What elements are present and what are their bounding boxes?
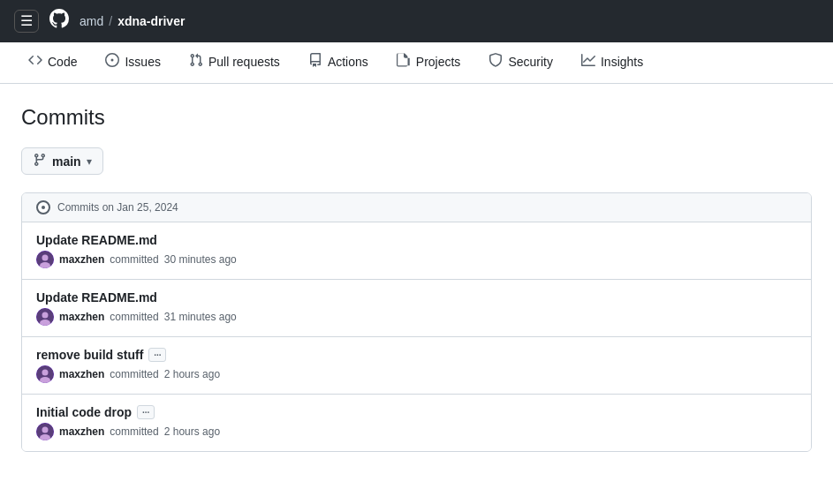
commit-verb: committed [110,425,158,438]
commit-item: Update README.md maxzhen committed 31 mi… [22,280,811,337]
tab-issues-label: Issues [125,55,160,69]
commit-time: 30 minutes ago [164,253,237,266]
commit-item: remove build stuff ··· maxzhen committed… [22,337,811,395]
main-content: Commits main ▾ Commits on Jan 25, 2024 U… [0,84,833,452]
breadcrumb: amd / xdna-driver [80,14,185,28]
avatar [36,308,54,326]
hamburger-button[interactable]: ☰ [14,10,39,33]
breadcrumb-user[interactable]: amd [80,14,103,28]
branch-selector[interactable]: main ▾ [21,147,103,175]
commit-title: Update README.md [36,290,797,305]
code-icon [28,53,42,71]
commit-time: 2 hours ago [164,368,220,380]
tab-code[interactable]: Code [14,42,91,83]
tab-projects-label: Projects [416,55,461,69]
branch-name: main [52,154,81,169]
tab-issues[interactable]: Issues [91,42,174,83]
commit-author[interactable]: maxzhen [59,368,104,380]
commit-author[interactable]: maxzhen [59,425,104,438]
commit-author[interactable]: maxzhen [59,253,104,266]
tab-insights-label: Insights [601,55,643,69]
tab-insights[interactable]: Insights [567,42,657,83]
tab-security-label: Security [508,55,553,69]
commit-meta: maxzhen committed 31 minutes ago [36,308,797,326]
commit-title: Update README.md [36,233,797,247]
tab-actions[interactable]: Actions [294,42,382,83]
svg-point-10 [42,427,49,433]
commit-title-text[interactable]: Initial code drop [36,405,132,419]
avatar [36,251,54,268]
insights-icon [581,53,595,71]
commit-title-text[interactable]: remove build stuff [36,348,143,362]
tab-pull-requests-label: Pull requests [208,55,280,69]
commit-meta: maxzhen committed 2 hours ago [36,423,797,440]
commit-title-text[interactable]: Update README.md [36,290,157,305]
branch-chevron-icon: ▾ [87,155,92,168]
commit-title-text[interactable]: Update README.md [36,233,157,247]
commit-verb: committed [110,311,158,323]
commit-time: 2 hours ago [164,425,220,438]
avatar [36,423,54,440]
commits-container: Commits on Jan 25, 2024 Update README.md… [21,192,812,452]
avatar [36,365,54,383]
commit-dot-icon [36,200,50,214]
commit-meta: maxzhen committed 30 minutes ago [36,251,797,268]
commit-title: Initial code drop ··· [36,405,797,419]
tab-security[interactable]: Security [474,42,567,83]
nav-tabs: Code Issues Pull requests Actions [0,42,833,84]
tab-projects[interactable]: Projects [382,42,475,83]
commit-title: remove build stuff ··· [36,348,797,362]
tab-actions-label: Actions [328,55,368,69]
svg-point-1 [42,255,49,261]
svg-point-7 [42,370,49,376]
commit-item: Update README.md maxzhen committed 30 mi… [22,222,811,280]
commit-meta: maxzhen committed 2 hours ago [36,365,797,383]
branch-icon [33,153,47,169]
breadcrumb-separator: / [109,14,112,28]
pr-icon [189,53,203,71]
tab-code-label: Code [48,55,77,69]
security-icon [488,53,503,71]
commits-date: Commits on Jan 25, 2024 [57,201,178,214]
commit-message-icon[interactable]: ··· [137,405,155,419]
commits-date-header: Commits on Jan 25, 2024 [22,193,811,222]
commit-author[interactable]: maxzhen [59,311,104,323]
svg-point-4 [42,312,49,319]
issues-icon [105,53,119,71]
page-title: Commits [21,105,812,130]
github-logo [49,9,69,34]
commit-time: 31 minutes ago [164,311,237,323]
projects-icon [397,53,411,71]
commit-item: Initial code drop ··· maxzhen committed … [22,395,811,451]
tab-pull-requests[interactable]: Pull requests [175,42,294,83]
breadcrumb-repo[interactable]: xdna-driver [117,14,185,28]
commit-verb: committed [110,368,158,380]
commit-message-icon[interactable]: ··· [148,348,166,362]
topbar: ☰ amd / xdna-driver [0,0,833,42]
actions-icon [308,53,322,71]
commit-verb: committed [110,253,158,266]
